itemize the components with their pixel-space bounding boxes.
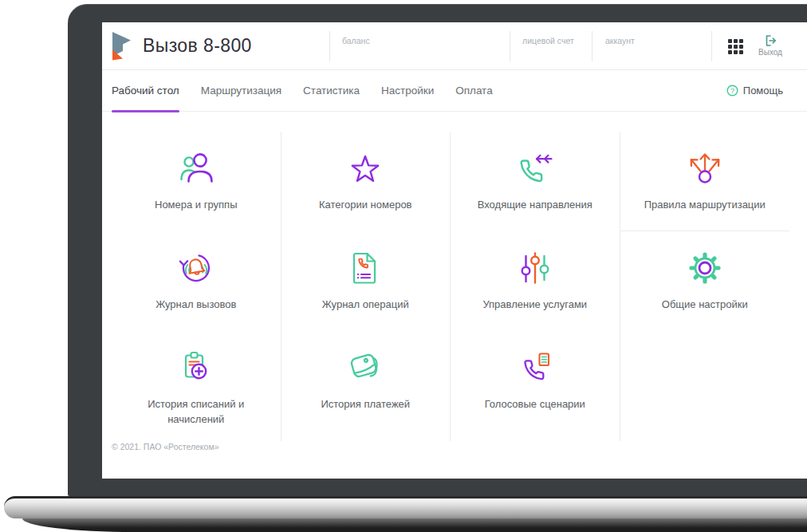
tile-general-settings[interactable]: Общие настройки (620, 231, 790, 331)
app-header: Вызов 8-800 баланс лицевой счет аккаунт (102, 22, 807, 70)
tile-charges-history[interactable]: История списаний и начислений (112, 331, 281, 441)
voice-script-phone-icon (513, 345, 557, 390)
help-button[interactable]: ? Помощь (726, 70, 783, 111)
star-icon (343, 146, 388, 191)
tile-call-log[interactable]: Журнал вызовов (112, 231, 281, 331)
routing-arrows-icon (683, 146, 727, 191)
svg-text:?: ? (730, 87, 734, 95)
tile-routing-rules[interactable]: Правила маршрутизации (620, 132, 790, 231)
logout-label: Выход (752, 48, 789, 57)
tab-statistics[interactable]: Статистика (303, 70, 360, 111)
header-divider (510, 31, 510, 61)
tile-label: Голосовые сценарии (485, 397, 585, 412)
app-title: Вызов 8-800 (143, 35, 252, 57)
tile-label: Входящие направления (478, 198, 592, 213)
help-label: Помощь (743, 85, 783, 97)
balance-field-label: баланс (342, 36, 370, 45)
header-divider (329, 31, 330, 61)
laptop-screen: Вызов 8-800 баланс лицевой счет аккаунт (102, 22, 807, 479)
tile-label: Правила маршрутизации (644, 198, 766, 213)
tile-label: Категории номеров (319, 198, 412, 213)
tile-service-management[interactable]: Управление услугами (451, 231, 620, 331)
main-nav: Рабочий стол Маршрутизация Статистика На… (102, 70, 807, 112)
tile-incoming-directions[interactable]: Входящие направления (451, 132, 620, 231)
tile-label: Общие настройки (662, 298, 748, 313)
tile-number-categories[interactable]: Категории номеров (281, 132, 451, 231)
nav-tabs: Рабочий стол Маршрутизация Статистика На… (112, 70, 514, 111)
call-log-bell-icon (174, 246, 218, 290)
settings-gear-icon (683, 246, 727, 290)
tile-voice-scenarios[interactable]: Голосовые сценарии (451, 331, 620, 441)
tile-label: Журнал операций (322, 298, 409, 313)
header-divider (711, 31, 712, 61)
laptop-base (4, 496, 807, 518)
dashboard-grid: Номера и группы Категории номеров (112, 132, 789, 441)
tile-label: История платежей (321, 397, 410, 412)
incoming-call-icon (513, 146, 557, 191)
wallet-icon (343, 345, 388, 390)
question-circle-icon: ? (726, 85, 738, 97)
sliders-icon (513, 246, 557, 290)
users-icon (174, 146, 218, 191)
header-divider (592, 31, 592, 61)
laptop-base-shadow (22, 518, 807, 532)
tile-label: Номера и группы (155, 198, 237, 213)
tile-label: История списаний и начислений (125, 397, 267, 428)
logout-icon (752, 34, 789, 47)
tile-payments-history[interactable]: История платежей (281, 331, 451, 441)
account-field-label: аккаунт (605, 36, 635, 45)
personal-account-field-label: лицевой счет (522, 36, 574, 45)
tile-label: Управление услугами (482, 298, 587, 313)
tab-routing[interactable]: Маршрутизация (201, 70, 281, 111)
logout-button[interactable]: Выход (752, 34, 789, 57)
tab-payment[interactable]: Оплата (455, 70, 492, 111)
operations-document-icon (343, 246, 388, 290)
tab-settings[interactable]: Настройки (381, 70, 434, 111)
laptop-mockup: Вызов 8-800 баланс лицевой счет аккаунт (0, 0, 807, 532)
clipboard-plus-icon (174, 345, 218, 390)
tile-numbers-and-groups[interactable]: Номера и группы (112, 132, 281, 231)
tile-label: Журнал вызовов (155, 298, 236, 313)
tab-desktop[interactable]: Рабочий стол (112, 70, 179, 111)
copyright-text: © 2021. ПАО «Ростелеком» (112, 442, 218, 451)
apps-grid-icon[interactable] (728, 39, 743, 54)
tile-operations-log[interactable]: Журнал операций (281, 231, 451, 331)
brand-logo-icon (110, 32, 132, 61)
